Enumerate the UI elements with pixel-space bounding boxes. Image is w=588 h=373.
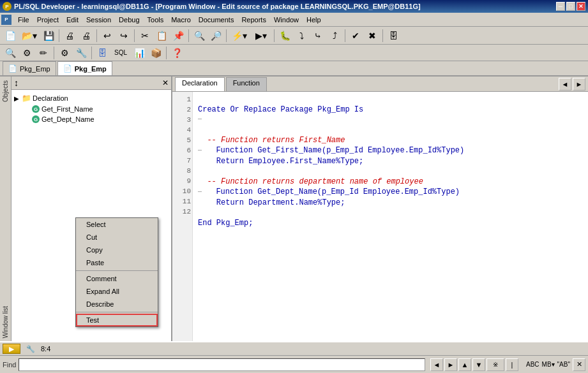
expand-icon: ▶ <box>14 95 22 102</box>
find-close-button[interactable]: ✕ <box>573 358 585 371</box>
code-content[interactable]: Create Or Replace Package Pkg_Emp Is ─ -… <box>193 92 588 341</box>
menu-edit[interactable]: Edit <box>63 15 82 25</box>
commit-button[interactable]: ✔ <box>348 29 363 43</box>
find-input[interactable] <box>19 358 425 371</box>
doc-tab-1[interactable]: 📄 Pkg_Emp <box>3 61 56 75</box>
close-button[interactable]: ✕ <box>577 2 585 11</box>
redo-button[interactable]: ↪ <box>116 29 132 43</box>
find-button[interactable]: 🔍 <box>192 29 207 43</box>
find2-button[interactable]: 🔎 <box>208 29 223 43</box>
pencil-button[interactable]: ✏ <box>36 46 51 60</box>
tab-function[interactable]: Function <box>226 77 267 91</box>
doc-tab-2-label: Pkg_Emp <box>75 65 107 73</box>
save-button[interactable]: 💾 <box>41 29 56 43</box>
nav-right-button[interactable]: ► <box>573 78 585 91</box>
context-cut[interactable]: Cut <box>76 231 158 244</box>
sort-icon[interactable]: ↕ <box>14 78 19 88</box>
tree-panel: ↕ ✕ ▶ 📁 Declaration G <box>11 77 171 341</box>
new-button[interactable]: 📄 <box>3 29 18 43</box>
search2-button[interactable]: 🔍 <box>3 46 18 60</box>
menu-bar: P File Project Edit Session Debug Tools … <box>0 13 588 27</box>
undo-button[interactable]: ↩ <box>100 29 115 43</box>
step-button[interactable]: ⤵ <box>294 29 309 43</box>
find-next-button[interactable]: ► <box>444 358 457 371</box>
declaration-label: Declaration <box>33 94 68 102</box>
rollback-button[interactable]: ✖ <box>365 29 380 43</box>
app-logo: P <box>3 2 11 11</box>
sep-6 <box>274 29 275 42</box>
title-label: PL/SQL Developer - learningsql@DB11G - [… <box>14 3 421 10</box>
tree-item-declaration[interactable]: ▶ 📁 Declaration <box>11 92 171 104</box>
run-button[interactable]: ▶▾ <box>251 29 271 43</box>
sep-t2-1 <box>54 47 54 59</box>
editor-tab-group: Declaration Function <box>175 77 268 91</box>
context-paste[interactable]: Paste <box>76 256 158 269</box>
menu-tools[interactable]: Tools <box>144 15 168 25</box>
context-test[interactable]: Test <box>76 314 158 326</box>
table-button[interactable]: 📊 <box>132 46 147 60</box>
context-menu: Select Cut Copy Paste Comment Expand All… <box>75 217 158 327</box>
menu-macro[interactable]: Macro <box>167 15 195 25</box>
open-dropdown[interactable]: 📂▾ <box>19 29 40 43</box>
line-numbers: 1 2 3 4 5 6 7 8 9 10 11 12 <box>172 92 193 341</box>
paste-button[interactable]: 📌 <box>170 29 186 43</box>
menu-window[interactable]: Window <box>270 15 303 25</box>
find-cursor-button[interactable]: | <box>506 358 518 371</box>
find-right-controls: ✕ <box>573 358 585 371</box>
find-prev-button[interactable]: ◄ <box>430 358 443 371</box>
menu-session[interactable]: Session <box>82 15 115 25</box>
func-icon-2: G <box>32 115 40 123</box>
close-tree-button[interactable]: ✕ <box>162 78 169 87</box>
toolbar-2: 🔍 ⚙ ✏ ⚙ 🔧 🗄 SQL 📊 📦 ❓ <box>0 45 588 61</box>
code-editor[interactable]: 1 2 3 4 5 6 7 8 9 10 11 12 Create Or Rep… <box>172 92 588 341</box>
ab-option[interactable]: "AB" <box>557 361 570 368</box>
objects-label[interactable]: Objects <box>1 78 10 105</box>
db2-button[interactable]: 🗄 <box>94 46 110 60</box>
mb-option[interactable]: MB▾ <box>542 361 555 368</box>
menu-reports[interactable]: Reports <box>237 15 270 25</box>
context-select[interactable]: Select <box>76 218 158 231</box>
sep-1 <box>59 29 59 42</box>
find-up-button[interactable]: ▲ <box>458 358 471 371</box>
debug-button[interactable]: 🐛 <box>277 29 292 43</box>
sep-5 <box>226 29 227 42</box>
print-button[interactable]: 🖨 <box>62 29 77 43</box>
tab-declaration[interactable]: Declaration <box>175 77 225 91</box>
nav-left-button[interactable]: ◄ <box>559 78 571 91</box>
menu-debug[interactable]: Debug <box>115 15 143 25</box>
minimize-button[interactable]: ─ <box>556 2 565 11</box>
position-text: 8:4 <box>41 345 50 353</box>
left-strip: Objects Window list <box>0 77 11 341</box>
pkg-button[interactable]: 📦 <box>148 46 163 60</box>
tree-item-get-first-name[interactable]: G Get_First_Name <box>11 104 171 114</box>
menu-documents[interactable]: Documents <box>195 15 238 25</box>
cut-button[interactable]: ✂ <box>137 29 153 43</box>
context-comment[interactable]: Comment <box>76 272 158 285</box>
abc-option[interactable]: ABC <box>526 361 539 368</box>
help2-button[interactable]: ❓ <box>169 46 185 60</box>
context-copy[interactable]: Copy <box>76 244 158 256</box>
sep-t2-3 <box>166 47 167 59</box>
menu-file[interactable]: File <box>14 15 33 25</box>
compile-button[interactable]: ⚡▾ <box>229 29 250 43</box>
menu-help[interactable]: Help <box>303 15 325 25</box>
compile2-button[interactable]: ⚙ <box>57 46 72 60</box>
doc-tab-2[interactable]: 📄 Pkg_Emp <box>57 61 112 75</box>
context-describe[interactable]: Describe <box>76 298 158 311</box>
find-down-button[interactable]: ▼ <box>472 358 485 371</box>
menu-project[interactable]: Project <box>33 15 63 25</box>
sql-button[interactable]: SQL <box>111 46 130 60</box>
find-bar: Find ◄ ► ▲ ▼ ※ | ABC MB▾ "AB" ✕ <box>0 355 588 373</box>
stepover-button[interactable]: ⤷ <box>310 29 326 43</box>
maximize-button[interactable]: □ <box>566 2 575 11</box>
gear-button[interactable]: ⚙ <box>19 46 34 60</box>
print2-button[interactable]: 🖨 <box>79 29 94 43</box>
db-button[interactable]: 🗄 <box>386 29 401 43</box>
context-expand-all[interactable]: Expand All <box>76 285 158 298</box>
stepout-button[interactable]: ⤴ <box>327 29 342 43</box>
compile3-button[interactable]: 🔧 <box>73 46 89 60</box>
find-all-button[interactable]: ※ <box>486 358 504 371</box>
window-list-label[interactable]: Window list <box>1 304 10 341</box>
tree-item-get-dept-name[interactable]: G Get_Dept_Name <box>11 114 171 124</box>
copy-button[interactable]: 📋 <box>154 29 169 43</box>
